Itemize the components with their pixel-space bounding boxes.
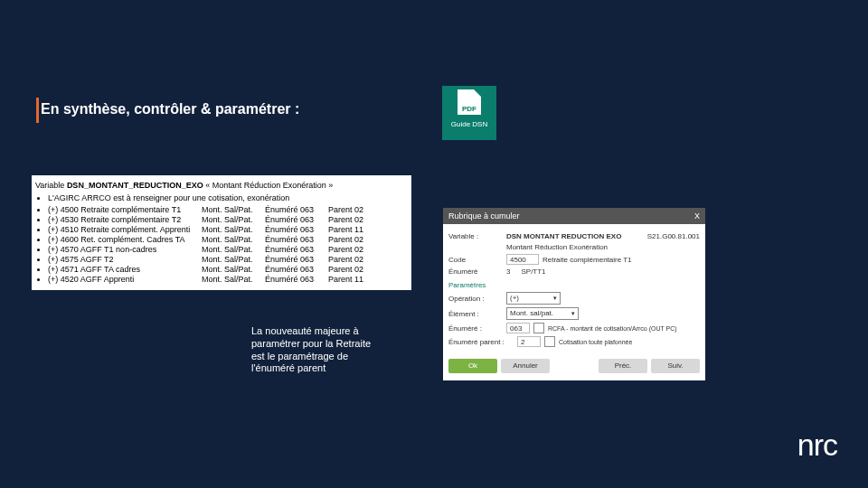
chevron-down-icon: ▾ — [553, 293, 557, 304]
var-label: Variable : — [448, 232, 503, 240]
enumere-field[interactable]: 063 — [506, 323, 530, 333]
enum-parent-field[interactable]: 2 — [517, 336, 541, 347]
enum-value: 3 — [506, 267, 510, 276]
var-ref: S21.G00.81.001 — [647, 232, 700, 240]
table-row: (+) 4520 AGFF ApprentiMont. Sal/Pat.Énum… — [48, 275, 408, 284]
enumere-desc: RCFA - montant de cotisation/Arrco (OUT … — [548, 325, 677, 332]
header-label: Variable — [35, 181, 64, 190]
table-row: (+) 4600 Ret. complément. Cadres TAMont.… — [48, 235, 408, 244]
element-label: Élément : — [448, 310, 503, 318]
enum-parent-checkbox[interactable] — [544, 336, 555, 347]
enumere-label: Énuméré : — [448, 324, 503, 333]
enum-parent-desc: Cotisation toute plafonnée — [559, 339, 632, 345]
chevron-down-icon: ▾ — [571, 308, 575, 319]
code-desc: Retraite complémentaire T1 — [542, 256, 632, 264]
table-row: (+) 4570 AGFF T1 non-cadresMont. Sal/Pat… — [48, 245, 408, 254]
enumere-checkbox[interactable] — [533, 323, 544, 333]
var-desc: Montant Réduction Exonération — [506, 243, 608, 251]
table-row: (+) 4510 Retraite complément. ApprentiMo… — [48, 225, 408, 234]
page-title: En synthèse, contrôler & paramétrer : — [41, 101, 299, 117]
variable-panel: Variable DSN_MONTANT_REDUCTION_EXO « Mon… — [32, 175, 411, 290]
header-desc: « Montant Réduction Exonération » — [205, 181, 333, 190]
variable-panel-header: Variable DSN_MONTANT_REDUCTION_EXO « Mon… — [35, 181, 408, 190]
guide-dsn-label: Guide DSN — [451, 120, 487, 128]
header-code: DSN_MONTANT_REDUCTION_EXO — [67, 181, 203, 190]
table-row: (+) 4530 Retraite complémentaire T2Mont.… — [48, 215, 408, 224]
ok-button[interactable]: Ok — [448, 359, 497, 373]
prev-button[interactable]: Préc. — [599, 359, 647, 373]
rubrique-dialog: Rubrique à cumuler X Variable : DSN MONT… — [443, 208, 705, 380]
close-icon[interactable]: X — [694, 208, 700, 224]
dialog-titlebar: Rubrique à cumuler X — [443, 208, 705, 224]
pdf-icon: PDF — [458, 89, 481, 115]
var-code: DSN MONTANT REDUCTION EXO — [506, 232, 621, 240]
guide-dsn-tile[interactable]: PDF Guide DSN — [442, 86, 496, 140]
element-select[interactable]: Mont. sal/pat.▾ — [506, 307, 579, 320]
code-label: Code — [448, 256, 503, 264]
next-button[interactable]: Suiv. — [651, 359, 700, 373]
code-field[interactable]: 4500 — [506, 254, 539, 265]
operation-label: Opération : — [448, 295, 503, 303]
operation-select[interactable]: (+)▾ — [506, 292, 561, 305]
table-row: (+) 4575 AGFF T2Mont. Sal/Pat.Énuméré 06… — [48, 255, 408, 264]
nrc-logo: nrc — [797, 427, 837, 463]
enum-parent-label: Énuméré parent : — [448, 338, 514, 346]
table-row: (+) 4500 Retraite complémentaire T1Mont.… — [48, 205, 408, 214]
enum-desc: SP/TT1 — [521, 267, 545, 276]
table-row: (+) 4571 AGFF TA cadresMont. Sal/Pat.Énu… — [48, 265, 408, 274]
dialog-title: Rubrique à cumuler — [448, 208, 520, 224]
cancel-button[interactable]: Annuler — [501, 359, 550, 373]
enum-label: Énuméré — [448, 267, 503, 276]
panel-intro: L'AGIRC ARRCO est à renseigner pour une … — [48, 193, 408, 202]
novelty-note: La nouveauté majeure à paramétrer pour l… — [251, 325, 378, 375]
param-label: Paramètres — [448, 281, 486, 289]
